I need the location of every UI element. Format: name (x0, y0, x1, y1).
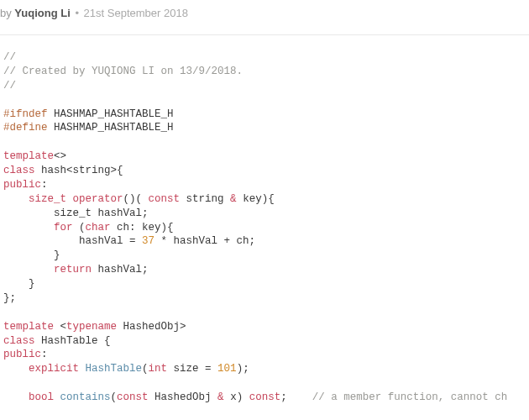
code-token: < (54, 321, 66, 333)
code-token: HASHMAP_HASHTABLE_H (48, 122, 174, 134)
code-token: ( (142, 363, 149, 375)
code-token: 101 (217, 363, 237, 375)
code-token: * hashVal + ch; (155, 235, 255, 247)
code-token: HashedObj> (117, 321, 186, 333)
code-token: typename (66, 321, 117, 333)
code-line: // Created by YUQIONG LI on 13/9/2018. (3, 66, 243, 77)
code-token: template (3, 150, 54, 162)
code-token: : (41, 349, 48, 360)
code-token: ()( (123, 193, 149, 205)
code-token: : (41, 179, 48, 191)
code-line: } (3, 249, 60, 261)
code-line: }; (3, 292, 16, 304)
code-token: ); (237, 363, 249, 375)
code-token: <> (54, 150, 66, 162)
code-line: size_t hashVal; (3, 207, 149, 219)
code-token: return (54, 264, 92, 276)
code-token: string (180, 193, 230, 205)
code-token: bool (29, 391, 54, 403)
code-token (3, 363, 29, 375)
code-token: public (3, 349, 41, 360)
by-label: by (0, 7, 12, 19)
code-token: explicit (29, 363, 79, 375)
code-token: #ifndef (3, 108, 48, 120)
code-token: class (3, 165, 35, 176)
code-token: char (86, 222, 111, 234)
code-token (66, 193, 73, 205)
code-token (3, 222, 54, 234)
code-token: public (3, 179, 41, 191)
code-token: ch: key){ (111, 222, 174, 234)
code-token: 37 (142, 235, 155, 247)
code-token (3, 391, 29, 403)
code-token: template (3, 321, 54, 333)
code-token: x) (224, 391, 249, 403)
code-token: & (217, 391, 224, 403)
code-token: class (3, 335, 35, 347)
code-token: int (149, 363, 168, 375)
separator-dot: • (75, 7, 79, 19)
code-token: ; (280, 391, 312, 403)
author-name[interactable]: Yuqiong Li (14, 7, 70, 19)
code-token (54, 391, 60, 403)
byline: by Yuqiong Li • 21st September 2018 (0, 0, 529, 34)
code-token: ( (73, 222, 86, 234)
code-token: key){ (237, 193, 275, 205)
code-token: hash<string>{ (35, 165, 123, 176)
code-token: const (149, 193, 181, 205)
post-date: 21st September 2018 (84, 7, 188, 19)
code-token (3, 264, 54, 276)
code-token: #define (3, 122, 48, 134)
code-token: contains (60, 391, 111, 403)
code-token (3, 193, 29, 205)
code-line: // (3, 51, 16, 63)
code-token: for (54, 222, 73, 234)
code-block: // // Created by YUQIONG LI on 13/9/2018… (0, 34, 529, 405)
code-token: HASHMAP_HASHTABLE_H (48, 108, 174, 120)
code-token: ( (111, 391, 118, 403)
code-token (79, 363, 86, 375)
code-token: const (249, 391, 281, 403)
code-token: // a member function, cannot ch (312, 391, 508, 403)
code-token: HashedObj (149, 391, 218, 403)
code-token: & (230, 193, 237, 205)
code-token: const (117, 391, 149, 403)
code-token: HashTable (86, 363, 143, 375)
code-token: hashVal = (3, 235, 142, 247)
code-token: size_t (29, 193, 66, 205)
code-token: HashTable { (35, 335, 111, 347)
code-token: hashVal; (92, 264, 149, 276)
code-line: // (3, 80, 16, 92)
code-token: size = (167, 363, 217, 375)
code-token: operator (73, 193, 123, 205)
code-line: } (3, 278, 35, 290)
